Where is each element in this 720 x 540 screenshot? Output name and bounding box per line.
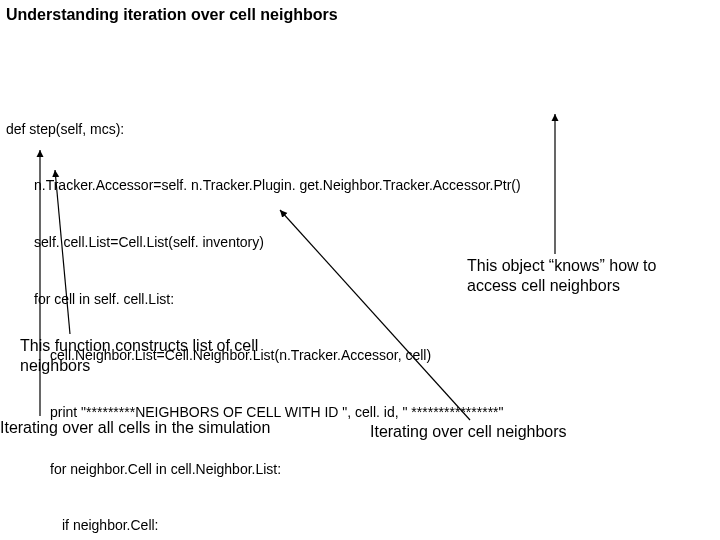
code-line: for neighbor.Cell in cell.Neighbor.List: [6,460,521,479]
code-line: def step(self, mcs): [6,120,521,139]
annotation-iter-neigh: Iterating over cell neighbors [370,422,567,442]
code-line: self. cell.List=Cell.List(self. inventor… [6,233,521,252]
code-line: n.Tracker.Accessor=self. n.Tracker.Plugi… [6,176,521,195]
annotation-constructs: This function constructs list of cell ne… [20,336,260,376]
annotation-knows: This object “knows” how to access cell n… [467,256,697,296]
code-line: for cell in self. cell.List: [6,290,521,309]
annotation-iter-all: Iterating over all cells in the simulati… [0,418,270,438]
slide-title: Understanding iteration over cell neighb… [6,6,338,24]
code-block: def step(self, mcs): n.Tracker.Accessor=… [6,82,521,540]
code-line: if neighbor.Cell: [6,516,521,535]
